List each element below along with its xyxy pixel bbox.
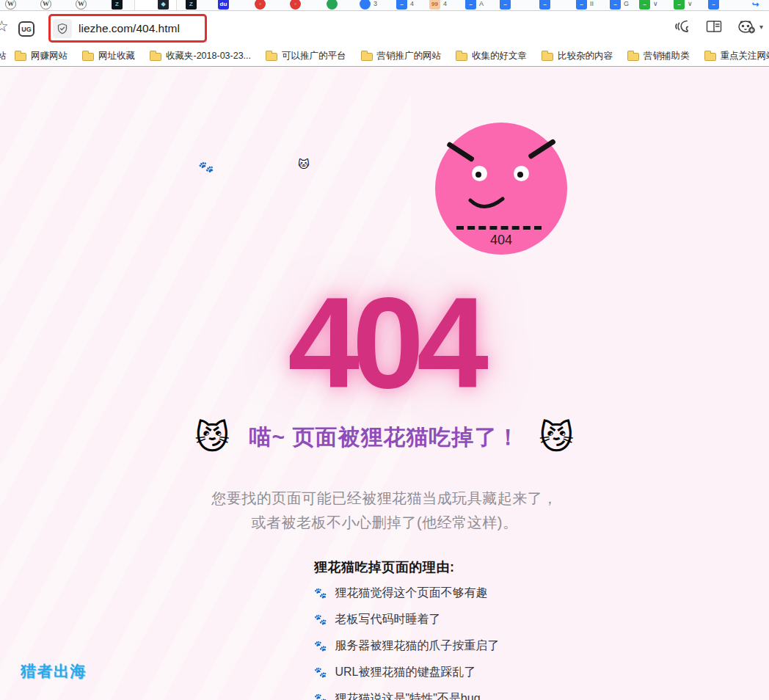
tab-strip[interactable]: WWWZ◆Zdu◦◦3–4994–A–––II–G–∨–∨–↪ [0,0,769,11]
tab-favicon[interactable]: du [218,0,229,10]
tab-favicon[interactable]: – [539,0,550,10]
bookmark-folder[interactable]: 网赚网站 [7,50,75,62]
tab-title-fragment: II [590,0,594,7]
bookmark-folder[interactable]: 比较杂的内容 [534,50,620,62]
bookmark-label: 重点关注网站 [721,50,769,62]
folder-icon [15,53,26,61]
floating-paw-emoji: 🐾 [197,158,214,175]
reason-text: 狸花猫说这是"特性"不是bug [335,691,480,700]
read-aloud-icon[interactable] [673,18,692,34]
bookmark-partial-label[interactable]: 站 [0,50,7,62]
floating-cat-emoji: 🐱 [298,158,310,171]
reasons-title: 狸花猫吃掉页面的理由: [314,558,652,576]
tab-favicon[interactable]: W [76,0,87,10]
bookmark-folder[interactable]: 收集的好文章 [448,50,534,62]
bookmark-folder[interactable]: 营销辅助类 [620,50,697,62]
tab-favicon[interactable]: – [396,0,407,10]
bookmark-label: 网赚网站 [31,50,68,62]
tab-favicon[interactable] [360,0,371,10]
right-eyebrow [528,139,556,160]
cat-emoji-left: 😼 [195,420,230,454]
right-eye [514,166,529,181]
address-bar[interactable]: liezhe.com/404.html [48,17,489,40]
pink-cat-face-illustration: 404 [435,123,567,255]
paw-bullet-icon: 🐾 [314,588,327,598]
bookmarks-bar: 站 网赚网站 网址收藏 收藏夹-2018-03-23... 可以推广的平台 [0,45,769,67]
folder-icon [361,53,373,61]
bookmark-label: 网址收藏 [98,50,135,62]
tab-favicon[interactable]: – [500,0,511,10]
reason-text: URL被狸花猫的键盘踩乱了 [335,665,475,680]
ug-extension-icon[interactable]: UG [18,21,34,37]
bookmark-items: 网赚网站 网址收藏 收藏夹-2018-03-23... 可以推广的平台 营销推广… [7,50,769,62]
bookmark-folder[interactable]: 网址收藏 [75,50,142,62]
tab-title-fragment: G [624,0,629,7]
bookmark-folder[interactable]: 可以推广的平台 [258,50,354,62]
tab-favicon[interactable]: 99 [429,0,440,10]
tab-title-fragment: A [479,0,484,7]
reason-item: 🐾 URL被狸花猫的键盘踩乱了 [314,659,652,685]
reason-item: 🐾 狸花猫说这是"特性"不是bug [314,685,652,700]
bookmark-label: 营销辅助类 [644,50,690,62]
tab-favicon[interactable]: – [708,0,719,10]
bookmark-folder[interactable]: 营销推广的网站 [354,50,449,62]
reasons-list: 🐾 狸花猫觉得这个页面不够有趣 🐾 老板写代码时睡着了 🐾 服务器被狸花猫的爪子… [314,580,652,700]
tab-favicon[interactable]: – [610,0,621,10]
bookmark-folder[interactable]: 重点关注网站 [697,50,769,62]
tab-title-fragment: 4 [443,0,447,7]
description-line-2: 或者被老板不小心删掉了(他经常这样)。 [0,511,769,535]
left-eye [472,166,487,181]
reason-text: 服务器被狸花猫的爪子按重启了 [335,638,499,654]
tab-favicon[interactable]: ↪ [750,0,761,10]
left-pupil [475,172,481,178]
tab-favicon[interactable]: W [5,0,16,10]
reading-list-icon[interactable] [705,19,723,34]
active-tab[interactable] [134,0,177,11]
right-pupil [517,172,523,178]
bookmark-folder[interactable]: 收藏夹-2018-03-23... [142,50,258,62]
tab-title-fragment: 3 [373,0,377,7]
panda-extension-icon[interactable]: ▾ [736,18,763,34]
tab-favicon[interactable]: ◦ [255,0,266,10]
site-watermark: 猎者出海 [21,661,87,682]
bookmark-label: 收集的好文章 [472,50,527,62]
tab-favicon[interactable]: ◆ [158,0,169,10]
dashed-stitch-line [456,226,542,230]
folder-icon [704,53,716,61]
bookmark-label: 收藏夹-2018-03-23... [166,50,251,62]
bookmark-star-icon[interactable]: ☆ [0,18,9,35]
folder-icon [456,53,467,61]
smile-mouth [468,196,505,214]
reason-item: 🐾 老板写代码时睡着了 [314,606,652,632]
paw-bullet-icon: 🐾 [314,614,327,624]
browser-toolbar: ☆ UG liezhe.com/404.html [0,11,769,45]
error-description: 您要找的页面可能已经被狸花猫当成玩具藏起来了， 或者被老板不小心删掉了(他经常这… [0,486,769,535]
bookmark-label: 可以推广的平台 [282,50,346,62]
tab-favicon[interactable]: – [639,0,650,10]
paw-bullet-icon: 🐾 [314,693,327,700]
tab-favicon[interactable]: Z [186,0,197,10]
left-eyebrow [446,142,475,163]
headline-text: 喵~ 页面被狸花猫吃掉了！ [249,423,520,453]
tab-favicon[interactable]: – [576,0,587,10]
tab-title-fragment: ∨ [653,0,658,7]
tab-favicon[interactable]: – [465,0,476,10]
tab-favicon[interactable]: Z [112,0,123,10]
cat-emoji-right: 😼 [539,420,574,454]
chevron-down-icon: ▾ [759,23,763,31]
folder-icon [627,53,639,61]
bookmark-label: 营销推广的网站 [377,50,442,62]
tab-favicon[interactable]: – [674,0,685,10]
folder-icon [150,53,161,61]
tab-favicon[interactable]: ◦ [290,0,301,10]
big-404-heading: 404 [0,278,769,407]
reason-item: 🐾 狸花猫觉得这个页面不够有趣 [314,580,652,606]
tab-favicon[interactable]: W [40,0,51,10]
reason-item: 🐾 服务器被狸花猫的爪子按重启了 [314,632,652,659]
page-404-content: 🐾 🐱 404 404 😼 喵~ 页面被狸花猫吃掉了！ 😼 您要找的页面可能已经… [0,67,769,700]
site-security-shield-icon[interactable] [53,19,72,38]
url-text[interactable]: liezhe.com/404.html [79,22,180,35]
folder-icon [82,53,94,61]
reason-text: 老板写代码时睡着了 [335,612,440,627]
tab-favicon[interactable] [327,0,338,10]
